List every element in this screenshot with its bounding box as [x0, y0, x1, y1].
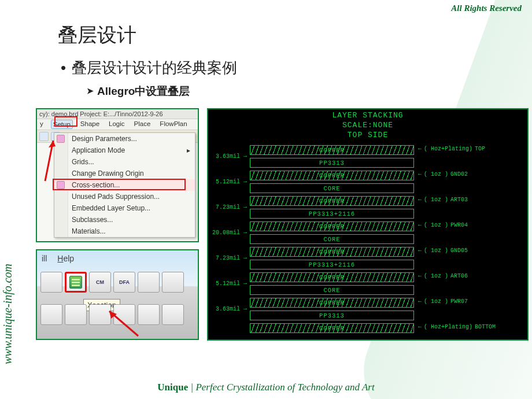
stack-layer: COPPER← ( 1oz ) ART06: [208, 271, 527, 284]
tool-button[interactable]: [113, 304, 135, 325]
tool-button[interactable]: [89, 304, 111, 325]
menu-item-application-mode[interactable]: Application Mode▸: [54, 145, 195, 156]
label: Application Mode: [72, 146, 125, 154]
layer-name: ART03: [450, 197, 468, 203]
footer-sep: |: [188, 382, 195, 393]
layer-weight: ( 1oz ): [424, 197, 448, 203]
menu-item-grids[interactable]: Grids...: [54, 156, 195, 168]
dfa-button[interactable]: DFA: [113, 272, 135, 293]
layer-weight: ( 1oz ): [424, 273, 448, 279]
layer-right-note: ← ( 1oz ) GND05: [418, 247, 468, 254]
menu-ill[interactable]: ill: [42, 254, 47, 263]
stack-header: LAYER STACKING SCALE:NONE TOP SIDE: [208, 109, 527, 141]
label: Embedded Layer Setup...: [72, 204, 150, 212]
layer-name: GND05: [450, 247, 468, 254]
rights-reserved: All Rights Reserved: [451, 3, 522, 13]
layer-weight: ( Hoz+Plating): [424, 324, 472, 330]
layer-weight: ( 1oz ): [424, 247, 448, 254]
layer-bar: PP3313+2116: [250, 209, 414, 219]
stack-layer: CORE5.12mil →: [208, 182, 527, 195]
menu-item-change-origin[interactable]: Change Drawing Origin: [54, 168, 195, 179]
layer-right-note: ← ( 1oz ) ART06: [418, 273, 468, 279]
allegro-menu-screenshot: cy): demo.brd Project: E:.../Tinno/2012-…: [36, 108, 199, 242]
menu-help[interactable]: Help: [57, 254, 74, 263]
footer: Unique | Perfect Crystallization of Tech…: [0, 382, 532, 393]
layer-weight: ( 1oz ): [424, 298, 448, 305]
toolbar-zoom-screenshot: ill Help CM DFA Xsection: [36, 249, 199, 340]
stack-layer: COPPER← ( Hoz+Plating) BOTTOM: [208, 322, 527, 335]
layer-bar: PP3313: [250, 311, 414, 320]
submenu-arrow-icon: ▸: [187, 146, 190, 154]
arrow-icon: ←: [418, 197, 422, 203]
stack-layer: CORE5.12mil →: [208, 284, 527, 297]
stack-layer: PP33133.63mil →: [208, 157, 527, 169]
menu-y[interactable]: y: [38, 120, 45, 129]
stack-layer: PP33133.63mil →: [208, 309, 527, 322]
menu-item-subclasses[interactable]: Subclasses...: [54, 214, 195, 226]
layer-name: PWR04: [450, 222, 468, 228]
menu-item-embedded-layer[interactable]: Embedded Layer Setup...: [54, 202, 195, 214]
layer-bar: COPPER: [250, 323, 414, 333]
menu-place[interactable]: Place: [132, 120, 153, 129]
layer-bar: CORE: [250, 285, 414, 295]
arrow-icon: ←: [418, 273, 422, 279]
label: Design Parameters...: [72, 135, 137, 143]
label: Unused Pads Suppression...: [72, 193, 160, 201]
params-icon: [57, 135, 65, 143]
arrow-icon: ←: [418, 222, 422, 228]
arrow-icon: ←: [418, 298, 422, 305]
footer-slogan: Perfect Crystallization of Technology an…: [195, 382, 374, 393]
label: Grids...: [72, 158, 94, 166]
layer-weight: ( 1oz ): [424, 171, 448, 178]
cm-button[interactable]: CM: [89, 272, 111, 293]
sub-bullet: ➤Allegro中设置叠层: [87, 84, 190, 99]
tool-button[interactable]: [138, 304, 160, 325]
stack-layer: COPPER← ( 1oz ) PWR04: [208, 220, 527, 233]
label: Materials...: [72, 227, 106, 235]
tool-button[interactable]: [40, 272, 62, 293]
arrow-icon: ←: [418, 247, 422, 254]
menu-item-materials[interactable]: Materials...: [54, 226, 195, 237]
tool-button[interactable]: [162, 272, 184, 293]
menu-logic[interactable]: Logic: [107, 120, 127, 129]
layer-thickness: 7.23mil →: [209, 255, 247, 261]
xsection-icon: [57, 181, 65, 189]
sub-bullet-text: Allegro中设置叠层: [97, 85, 190, 97]
xsection-button[interactable]: [65, 272, 87, 293]
layer-name: PWR07: [450, 298, 468, 305]
stack-scale: SCALE:NONE: [208, 121, 527, 131]
label: Cross-section...: [72, 181, 120, 189]
stack-body: COPPER← ( Hoz+Plating) TOPPP33133.63mil …: [208, 144, 527, 338]
menu-item-unused-pads[interactable]: Unused Pads Suppression...: [54, 191, 195, 202]
menu-item-design-parameters[interactable]: Design Parameters...: [54, 133, 195, 145]
sub-bullet-icon: ➤: [87, 86, 94, 95]
layer-right-note: ← ( Hoz+Plating) BOTTOM: [418, 324, 496, 330]
stack-title: LAYER STACKING: [208, 111, 527, 121]
menu-shape[interactable]: Shape: [79, 120, 101, 129]
setup-dropdown: Design Parameters... Application Mode▸ G…: [54, 132, 195, 238]
layer-bar: PP3313+2116: [250, 260, 414, 269]
layer-bar: CORE: [250, 234, 414, 244]
menu-setup[interactable]: Setup: [51, 120, 73, 129]
tool-button[interactable]: [65, 304, 87, 325]
xsection-icon: [69, 276, 82, 289]
label: DFA: [119, 279, 130, 285]
layer-bar: COPPER: [250, 272, 414, 282]
stack-layer: COPPER← ( Hoz+Plating) TOP: [208, 144, 527, 157]
menu-fragment: ill Help: [42, 254, 74, 263]
menubar: y Setup Shape Logic Place FlowPlan: [37, 119, 198, 130]
bullet-dot: •: [61, 59, 66, 76]
tool-button[interactable]: [39, 132, 49, 141]
layer-name: BOTTOM: [475, 324, 496, 330]
stack-layer: PP3313+21167.23mil →: [208, 258, 527, 271]
side-url: www.unique-info.com: [1, 264, 14, 364]
tool-button[interactable]: [40, 304, 62, 325]
label: Change Drawing Origin: [72, 169, 144, 178]
tool-button[interactable]: [138, 272, 160, 293]
menu-flowplan[interactable]: FlowPlan: [158, 120, 189, 129]
tool-button[interactable]: [162, 304, 184, 325]
menu-item-cross-section[interactable]: Cross-section...: [54, 179, 195, 191]
arrow-icon: ←: [418, 171, 422, 178]
layer-thickness: 5.12mil →: [209, 179, 247, 185]
layer-right-note: ← ( 1oz ) ART03: [418, 197, 468, 203]
